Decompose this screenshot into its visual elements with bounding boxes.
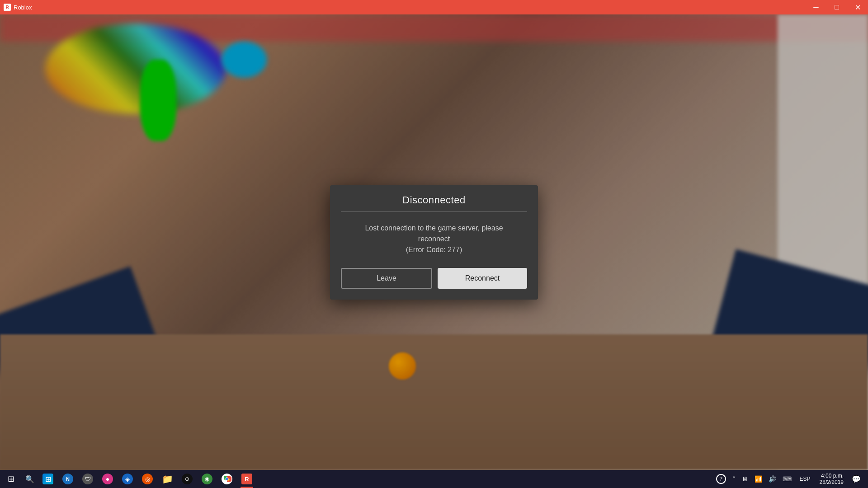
- taskbar-apps: ⊞ N 🛡 ● ◈ ◎ 📁 ⊙ ◉: [38, 470, 257, 488]
- volume-icon: 🔊: [769, 475, 776, 483]
- taskbar: ⊞ 🔍 ⊞ N 🛡 ● ◈ ◎ 📁: [0, 470, 868, 488]
- search-icon: 🔍: [25, 475, 34, 483]
- dialog-overlay: Disconnected Lost connection to the game…: [0, 14, 868, 470]
- app-icon: R: [4, 4, 11, 11]
- dialog-header: Disconnected: [330, 185, 538, 211]
- help-icon: ?: [716, 474, 726, 484]
- dialog-title: Disconnected: [402, 194, 465, 206]
- taskbar-app-green[interactable]: ◉: [197, 470, 217, 488]
- keyboard-icon: ⌨: [783, 475, 792, 483]
- hardware-icon: 🖥: [742, 475, 748, 483]
- taskbar-app-netscape[interactable]: N: [58, 470, 78, 488]
- compass-icon: ◈: [122, 474, 133, 484]
- dialog-footer: Leave Reconnect: [330, 268, 538, 300]
- pink-app-icon: ●: [102, 474, 113, 484]
- antivirus-icon: 🛡: [82, 474, 93, 484]
- netscape-icon: N: [62, 474, 73, 484]
- svg-point-2: [226, 478, 228, 480]
- clock-time: 4:00 p.m.: [821, 473, 844, 479]
- chrome-icon: [222, 474, 232, 484]
- close-button[interactable]: ✕: [847, 0, 868, 14]
- title-bar: R Roblox ─ □ ✕: [0, 0, 868, 14]
- window-controls: ─ □ ✕: [806, 0, 868, 14]
- esp-text: ESP: [798, 476, 812, 482]
- taskbar-app-antivirus[interactable]: 🛡: [78, 470, 98, 488]
- taskview-icon: ⊞: [42, 474, 53, 484]
- windows-icon: ⊞: [8, 474, 14, 484]
- game-background: Disconnected Lost connection to the game…: [0, 14, 868, 470]
- minimize-button[interactable]: ─: [806, 0, 826, 14]
- title-bar-left: R Roblox: [0, 4, 32, 11]
- taskbar-tray: ? ˄ 🖥 📶 🔊 ⌨ ESP 4:00 p.m. 28/2/2019: [713, 470, 868, 488]
- help-button[interactable]: ?: [713, 470, 729, 488]
- network-button[interactable]: 📶: [752, 470, 765, 488]
- clock-date: 28/2/2019: [820, 479, 844, 485]
- green-game-icon: ◉: [202, 474, 212, 484]
- volume-button[interactable]: 🔊: [766, 470, 779, 488]
- show-hidden-button[interactable]: ˄: [730, 470, 738, 488]
- folder-icon: 📁: [162, 474, 173, 484]
- taskbar-app-chrome[interactable]: [217, 470, 237, 488]
- orange-app-icon: ◎: [142, 474, 153, 484]
- esp-indicator: ESP: [795, 470, 815, 488]
- window-title: Roblox: [14, 4, 32, 11]
- dialog-body: Lost connection to the game server, plea…: [330, 212, 538, 268]
- leave-button[interactable]: Leave: [341, 268, 432, 289]
- start-button[interactable]: ⊞: [0, 470, 22, 488]
- taskbar-app-roblox[interactable]: R: [237, 470, 257, 488]
- taskbar-app-pink[interactable]: ●: [98, 470, 118, 488]
- chevron-up-icon: ˄: [732, 475, 736, 483]
- network-icon: 📶: [755, 475, 762, 483]
- dialog-message: Lost connection to the game server, plea…: [344, 223, 524, 255]
- reconnect-button[interactable]: Reconnect: [438, 268, 527, 289]
- taskbar-app-music[interactable]: ⊙: [177, 470, 197, 488]
- taskbar-app-folder[interactable]: 📁: [157, 470, 177, 488]
- music-icon: ⊙: [182, 474, 193, 484]
- taskview-button[interactable]: ⊞: [38, 470, 58, 488]
- taskbar-app-orange[interactable]: ◎: [137, 470, 157, 488]
- notification-icon: 💬: [852, 475, 861, 483]
- roblox-icon: R: [241, 474, 252, 484]
- notification-button[interactable]: 💬: [848, 470, 864, 488]
- system-clock[interactable]: 4:00 p.m. 28/2/2019: [816, 473, 847, 485]
- disconnected-dialog: Disconnected Lost connection to the game…: [330, 185, 538, 300]
- hardware-icon-tray[interactable]: 🖥: [739, 470, 751, 488]
- maximize-button[interactable]: □: [826, 0, 847, 14]
- keyboard-button[interactable]: ⌨: [780, 470, 794, 488]
- taskbar-app-compass[interactable]: ◈: [118, 470, 137, 488]
- taskbar-search-button[interactable]: 🔍: [22, 470, 38, 488]
